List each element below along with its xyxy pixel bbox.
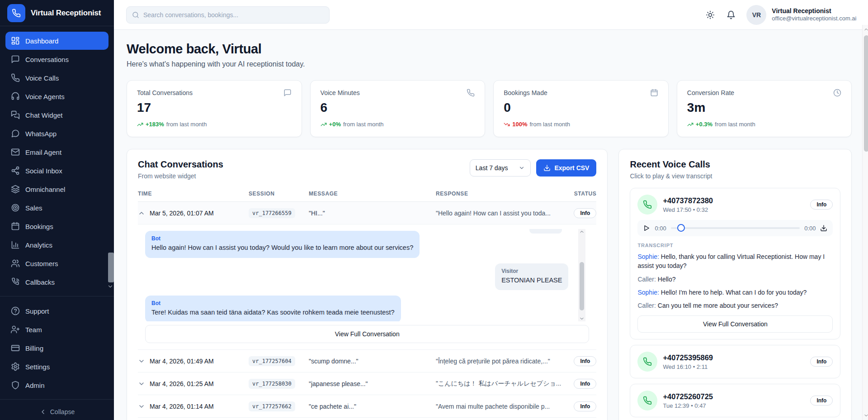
sidebar-item-billing[interactable]: Billing bbox=[5, 339, 108, 357]
sidebar-scrollbar-thumb[interactable] bbox=[108, 253, 114, 282]
sidebar-item-bookings[interactable]: Bookings bbox=[5, 217, 108, 235]
session-badge: vr_177266559 bbox=[249, 208, 295, 218]
sidebar-item-analytics[interactable]: Analytics bbox=[5, 236, 108, 254]
info-badge[interactable]: Info bbox=[810, 357, 833, 367]
theme-toggle-sun-icon[interactable] bbox=[706, 10, 715, 19]
voice-call-card[interactable]: +40725260725 Tue 12:39 • 0:47 Info bbox=[630, 384, 840, 417]
col-message: MESSAGE bbox=[309, 191, 436, 197]
call-meta: Wed 16:10 • 2:11 bbox=[663, 363, 713, 370]
stat-value: 3m bbox=[687, 100, 842, 115]
page-subtitle: Here's what's happening with your AI rec… bbox=[127, 60, 852, 68]
sidebar-item-team[interactable]: Team bbox=[5, 320, 108, 339]
call-phone-circle bbox=[637, 391, 657, 410]
target-icon bbox=[11, 203, 20, 212]
chevron-up-icon[interactable] bbox=[138, 210, 145, 217]
info-badge[interactable]: Info bbox=[574, 379, 596, 389]
stat-delta-suffix: from last month bbox=[715, 121, 755, 128]
chat-scrollbar-thumb[interactable] bbox=[580, 262, 584, 310]
stat-delta: +0.3% from last month bbox=[687, 121, 842, 128]
date-range-select[interactable]: Last 7 days bbox=[470, 159, 531, 177]
session-badge: vr_177257604 bbox=[249, 356, 295, 366]
call-phone-circle bbox=[637, 195, 657, 215]
table-row[interactable]: Mar 4, 2026, 01:14 AM vr_177257662 "ce p… bbox=[138, 395, 596, 418]
sidebar-item-dashboard[interactable]: Dashboard bbox=[5, 32, 108, 50]
row-message: "scump domne..." bbox=[309, 358, 429, 365]
sidebar-item-email-agent[interactable]: Email Agent bbox=[5, 143, 108, 161]
info-badge[interactable]: Info bbox=[810, 396, 833, 406]
call-number: +40725260725 bbox=[663, 392, 713, 401]
trending-up-icon bbox=[137, 121, 143, 128]
call-number: +40737872380 bbox=[663, 196, 713, 205]
play-icon[interactable] bbox=[643, 224, 650, 232]
sidebar-item-whatsapp[interactable]: WhatsApp bbox=[5, 124, 108, 143]
search-input[interactable] bbox=[143, 11, 324, 19]
row-time: Mar 4, 2026, 01:14 AM bbox=[150, 403, 214, 410]
table-row[interactable]: Mar 4, 2026, 01:25 AM vr_177258030 "japa… bbox=[138, 372, 596, 395]
bubble-text: Hello again! How can I assist you today?… bbox=[151, 243, 413, 253]
view-full-conversation-button[interactable]: View Full Conversation bbox=[637, 315, 833, 333]
chevron-down-icon[interactable] bbox=[863, 413, 868, 418]
stat-label: Voice Minutes bbox=[321, 89, 360, 96]
global-search[interactable] bbox=[126, 6, 330, 24]
export-csv-button[interactable]: Export CSV bbox=[536, 159, 596, 177]
player-remaining: 0:00 bbox=[804, 225, 816, 232]
sidebar-item-settings[interactable]: Settings bbox=[5, 358, 108, 376]
bell-icon[interactable] bbox=[726, 10, 736, 19]
chevron-up-icon[interactable] bbox=[863, 27, 868, 32]
transcript-line: Sophie: Hello! I'm here to help. What ca… bbox=[637, 288, 833, 297]
transcript-label: TRANSCRIPT bbox=[637, 243, 833, 248]
chat-conversations-panel: Chat Conversations From website widget L… bbox=[127, 149, 608, 420]
stat-delta-value: +0.3% bbox=[696, 121, 712, 128]
download-icon[interactable] bbox=[820, 224, 827, 232]
chevron-down-icon[interactable] bbox=[138, 358, 145, 365]
player-seek-knob[interactable] bbox=[677, 224, 685, 232]
table-row[interactable]: Mar 5, 2026, 01:07 AM vr_177266559 "HI..… bbox=[138, 202, 596, 224]
sidebar-item-social-inbox[interactable]: Social Inbox bbox=[5, 162, 108, 180]
sidebar-item-omnichannel[interactable]: Omnichannel bbox=[5, 180, 108, 198]
stat-label: Total Conversations bbox=[137, 89, 193, 96]
sidebar-item-callbacks[interactable]: Callbacks bbox=[5, 273, 108, 291]
stat-card-total-conversations: Total Conversations 17 +183% from last m… bbox=[127, 80, 302, 137]
stat-delta-suffix: from last month bbox=[343, 121, 384, 128]
sidebar-item-customers[interactable]: Customers bbox=[5, 254, 108, 272]
table-row[interactable]: Mar 4, 2026, 01:49 AM vr_177257604 "scum… bbox=[138, 350, 596, 372]
sidebar-item-chat-widget[interactable]: Chat Widget bbox=[5, 106, 108, 124]
sidebar-item-label: Voice Agents bbox=[25, 93, 65, 100]
sidebar-item-label: Bookings bbox=[25, 223, 53, 230]
chat-scrollbar[interactable] bbox=[578, 229, 585, 321]
page-scrollbar-thumb[interactable] bbox=[864, 35, 868, 152]
call-number: +40725395869 bbox=[663, 353, 713, 362]
avatar[interactable]: VR bbox=[746, 5, 766, 25]
sidebar-item-admin[interactable]: Admin bbox=[5, 376, 108, 394]
sidebar-item-support[interactable]: Support bbox=[5, 302, 108, 320]
topbar-right: VR Virtual Receptionist office@virtualre… bbox=[694, 5, 856, 25]
chevron-down-icon[interactable] bbox=[107, 283, 113, 290]
chevron-down-icon[interactable] bbox=[138, 403, 145, 410]
page-scrollbar[interactable] bbox=[862, 25, 868, 420]
stat-label: Conversion Rate bbox=[687, 89, 734, 96]
chevron-up-icon[interactable] bbox=[579, 229, 585, 234]
bubble-role: Bot bbox=[151, 300, 395, 306]
sidebar-item-sales[interactable]: Sales bbox=[5, 199, 108, 217]
info-badge[interactable]: Info bbox=[574, 208, 596, 218]
sidebar-item-voice-calls[interactable]: Voice Calls bbox=[5, 69, 108, 87]
phone-icon bbox=[11, 73, 20, 82]
sidebar-item-voice-agents[interactable]: Voice Agents bbox=[5, 87, 108, 105]
chevron-down-icon[interactable] bbox=[138, 380, 145, 387]
call-meta: Tue 12:39 • 0:47 bbox=[663, 402, 713, 409]
phone-callback-icon bbox=[11, 277, 20, 286]
view-full-conversation-button[interactable]: View Full Conversation bbox=[145, 325, 589, 343]
info-badge[interactable]: Info bbox=[574, 401, 596, 411]
credit-card-icon bbox=[11, 344, 20, 353]
player-seek-slider[interactable] bbox=[671, 227, 800, 229]
info-badge[interactable]: Info bbox=[810, 200, 833, 210]
sidebar-item-label: Email Agent bbox=[25, 148, 61, 156]
chevron-down-icon[interactable] bbox=[579, 316, 585, 321]
voice-call-card[interactable]: +40725395869 Wed 16:10 • 2:11 Info bbox=[630, 345, 840, 378]
collapse-button[interactable]: Collapse bbox=[0, 403, 114, 420]
voice-call-card[interactable]: +40737872380 Wed 17:50 • 0:32 Info 0:00 bbox=[630, 188, 840, 339]
chat-scroll-area[interactable]: Bot Hello again! How can I assist you to… bbox=[145, 229, 589, 321]
sidebar-item-conversations[interactable]: Conversations bbox=[5, 50, 108, 68]
layers-icon bbox=[11, 185, 20, 194]
info-badge[interactable]: Info bbox=[574, 356, 596, 366]
